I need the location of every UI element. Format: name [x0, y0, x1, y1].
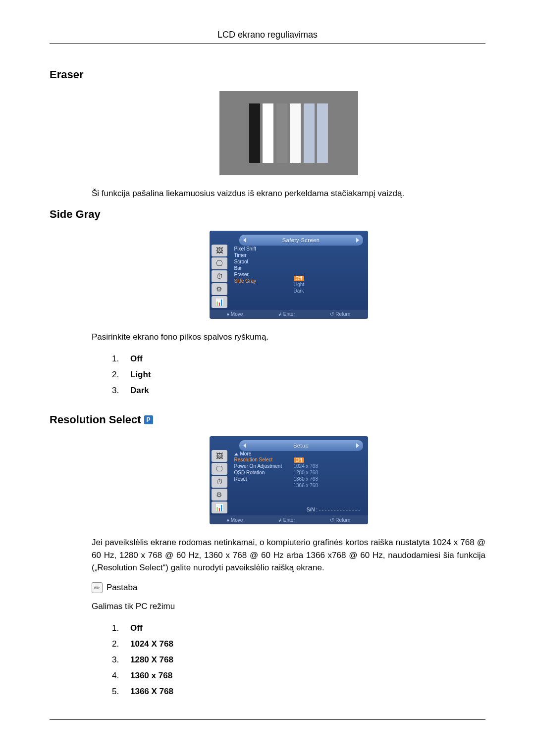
bar [249, 103, 260, 163]
osd-sidebar-icons: 🖼 🖵 ⏱ ⚙ 📊 [212, 245, 230, 308]
eraser-figure [219, 91, 358, 175]
osd-option: 1280 x 768 [294, 469, 353, 476]
bar [304, 103, 315, 163]
osd-menu-item-active: Resolution Select [234, 456, 284, 463]
resolution-list: Off 1024 X 768 1280 X 768 1360 x 768 136… [121, 620, 485, 700]
osd-icon: 🖵 [212, 257, 227, 269]
bar [317, 103, 328, 163]
osd-icon: 📊 [212, 502, 227, 513]
osd-menu-item-active: Side Gray [234, 278, 284, 284]
list-item: 1280 X 768 [121, 652, 485, 668]
osd-options: Off Light Dark [294, 275, 353, 294]
osd-option: Dark [294, 288, 353, 294]
sidegray-desc: Pasirinkite ekrano fono pilkos spalvos r… [92, 331, 485, 344]
osd-menu-item: Bar [234, 265, 284, 271]
osd-header-text: Safety Screen [282, 237, 320, 243]
osd-footer: ♦ Move ↲ Enter ↺ Return [210, 310, 368, 319]
resolution-title-text: Resolution Select [50, 413, 141, 426]
osd-icon: ⚙ [212, 283, 227, 295]
osd-foot-enter: ↲ Enter [278, 517, 295, 523]
osd-icon: ⚙ [212, 489, 227, 501]
osd-icon: 🖼 [212, 245, 227, 256]
footer-rule [50, 719, 485, 720]
list-item: Off [121, 351, 485, 367]
sidegray-list: Off Light Dark [121, 351, 485, 399]
osd-icon: ⏱ [212, 476, 227, 488]
list-item: 1366 X 768 [121, 684, 485, 700]
osd-icon: 🖼 [212, 450, 227, 462]
section-resolution-title: Resolution Select P [50, 413, 485, 426]
osd-sidebar-icons: 🖼 🖵 ⏱ ⚙ 📊 [212, 450, 230, 513]
osd-options: Off 1024 x 768 1280 x 768 1360 x 768 136… [294, 457, 353, 489]
osd-option: 1024 x 768 [294, 463, 353, 469]
osd-more: More [234, 451, 284, 456]
osd-menu-item: Reset [234, 476, 284, 482]
resolution-availability: Galimas tik PC režimu [92, 600, 485, 613]
list-item: Off [121, 620, 485, 636]
osd-foot-enter: ↲ Enter [278, 311, 295, 317]
eraser-desc: Ši funkcija pašalina liekamuosius vaizdu… [92, 187, 485, 200]
bar [276, 103, 287, 163]
osd-menu: Pixel Shift Timer Scrool Bar Eraser Side… [234, 246, 284, 284]
page-header: LCD ekrano reguliavimas [50, 30, 485, 44]
osd-option-highlight: Off [294, 457, 304, 463]
resolution-desc: Jei paveikslėlis ekrane rodomas netinkam… [92, 536, 485, 574]
osd-foot-return: ↺ Return [330, 517, 350, 523]
bar [263, 103, 273, 163]
page-title: LCD ekrano reguliavimas [217, 30, 318, 40]
osd-menu-item: Timer [234, 252, 284, 258]
list-item: 1360 x 768 [121, 668, 485, 684]
osd-header: Setup [239, 440, 363, 451]
osd-icon: 🖵 [212, 463, 227, 475]
osd-option: Light [294, 281, 353, 288]
osd-footer: ♦ Move ↲ Enter ↺ Return [210, 515, 368, 524]
osd-menu-item: OSD Rotation [234, 469, 284, 476]
note-icon: ✎ [92, 582, 103, 593]
osd-foot-return: ↺ Return [330, 311, 350, 317]
osd-menu-item: Eraser [234, 271, 284, 278]
osd-menu-item: Pixel Shift [234, 246, 284, 252]
osd-icon: ⏱ [212, 270, 227, 282]
list-item: 1024 X 768 [121, 636, 485, 652]
osd-header-text: Setup [293, 443, 309, 449]
osd-menu-item: Scrool [234, 258, 284, 265]
color-bars [249, 103, 328, 163]
section-sidegray-title: Side Gray [50, 208, 485, 221]
osd-icon: 📊 [212, 296, 227, 308]
osd-menu: More Resolution Select Power On Adjustme… [234, 451, 284, 482]
osd-foot-move: ♦ Move [227, 517, 243, 523]
sidegray-osd: Safety Screen 🖼 🖵 ⏱ ⚙ 📊 Pixel Shift Time… [210, 231, 368, 319]
osd-serial: S/N : - - - - - - - - - - - - - - [307, 507, 360, 512]
osd-option: 1366 x 768 [294, 482, 353, 489]
osd-menu-item: Power On Adjustment [234, 463, 284, 469]
osd-option-highlight: Off [294, 276, 304, 281]
osd-foot-move: ♦ Move [227, 311, 243, 317]
pc-badge-icon: P [144, 415, 153, 424]
osd-header: Safety Screen [239, 235, 363, 246]
resolution-osd: Setup 🖼 🖵 ⏱ ⚙ 📊 More Resolution Select P… [210, 436, 368, 524]
triangle-up-icon [234, 453, 238, 455]
note-label: Pastaba [107, 583, 137, 593]
bar [290, 103, 301, 163]
list-item: Dark [121, 383, 485, 399]
list-item: Light [121, 367, 485, 383]
note-row: ✎ Pastaba [92, 582, 485, 593]
section-eraser-title: Eraser [50, 68, 485, 81]
osd-option: 1360 x 768 [294, 476, 353, 482]
